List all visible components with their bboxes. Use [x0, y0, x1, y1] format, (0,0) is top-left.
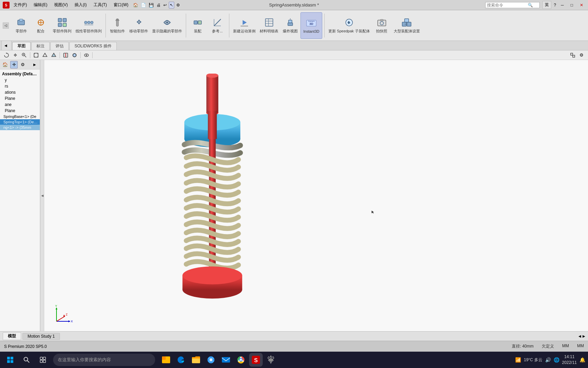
tree-item-2[interactable]: ations: [0, 89, 40, 95]
quick-new[interactable]: 📄: [140, 2, 147, 8]
bottom-tab-model[interactable]: 模型: [3, 332, 21, 340]
taskbar-app-tools[interactable]: [204, 353, 218, 367]
taskbar-network-icon2[interactable]: 🌐: [554, 357, 559, 363]
tree-spring-top[interactable]: SpringTop<1> (Defau: [0, 119, 40, 125]
taskbar-search-box[interactable]: 在这里输入你要搜索的内容: [53, 354, 155, 366]
smart-label: 智能扣件: [110, 29, 125, 34]
taskbar-app-settings[interactable]: [264, 353, 278, 367]
sidebar-gear-icon[interactable]: ⚙: [19, 61, 27, 68]
toolbar-reference[interactable]: 参考...: [208, 12, 227, 39]
svg-rect-85: [11, 360, 13, 363]
tree-plane-1[interactable]: Plane: [0, 95, 40, 102]
taskbar-app-email[interactable]: [219, 353, 233, 367]
taskbar-taskview-button[interactable]: [35, 352, 50, 367]
toolbar-smart[interactable]: 智能扣件: [108, 12, 127, 39]
view-fit-icon[interactable]: [32, 51, 40, 59]
taskbar-search-button[interactable]: [19, 352, 34, 367]
taskbar-notification-icon[interactable]: 🔔: [579, 357, 585, 363]
tree-spring[interactable]: ng<1> -> (35mm: [0, 125, 40, 130]
sidebar-toggle-btn[interactable]: ◁: [3, 22, 9, 29]
quick-undo[interactable]: ↩: [163, 2, 167, 8]
view-pan-icon[interactable]: ✥: [12, 51, 19, 59]
tree-plane-2[interactable]: ane: [0, 102, 40, 108]
tree-item-0[interactable]: y: [0, 77, 40, 83]
menu-file[interactable]: 文件(F): [12, 1, 28, 9]
snapshot-icon: [376, 17, 387, 28]
taskbar-app-explorer[interactable]: [159, 353, 173, 367]
command-search-input[interactable]: [487, 3, 528, 7]
taskbar-app-chrome[interactable]: [234, 353, 248, 367]
taskbar-app-edge[interactable]: [174, 353, 188, 367]
view-hide-show-icon[interactable]: [83, 51, 90, 59]
toolbar-show-hide[interactable]: 显示隐藏的零部件: [150, 12, 184, 39]
taskbar-datetime[interactable]: 14:11 2022/11: [562, 354, 577, 366]
toolbar-component-array[interactable]: 零部件阵列: [51, 12, 73, 39]
tree-plane-3[interactable]: Plane: [0, 108, 40, 114]
sidebar-toggle[interactable]: ◀: [4, 44, 7, 47]
help-icon[interactable]: ?: [554, 3, 556, 7]
quick-options[interactable]: ⚙: [176, 2, 181, 8]
taskbar-volume-icon[interactable]: 🔊: [545, 357, 551, 363]
menu-window[interactable]: 窗口(W): [112, 1, 130, 9]
menu-edit[interactable]: 编辑(E): [32, 1, 49, 9]
toolbar-linear-array[interactable]: 线性零部件阵列: [74, 12, 103, 39]
svg-rect-63: [206, 75, 218, 113]
view-expand-icon[interactable]: [569, 51, 576, 59]
sidebar-arrow-right-icon[interactable]: ▶: [31, 61, 38, 68]
sidebar-collapse-handle[interactable]: ◀: [40, 60, 44, 331]
command-search[interactable]: 🔍: [485, 2, 540, 8]
tree-spring-base[interactable]: SpringBase<1> (De: [0, 114, 40, 119]
toolbar-snapshot[interactable]: 拍快照: [372, 12, 391, 39]
bottom-tab-motion[interactable]: Motion Study 1: [22, 333, 60, 340]
svg-rect-61: [573, 55, 575, 57]
view-section-icon[interactable]: [62, 51, 69, 59]
tab-annotation[interactable]: 标注: [31, 42, 50, 50]
lang-selector[interactable]: 英: [542, 1, 551, 9]
menu-bar[interactable]: 文件(F) 编辑(E) 视图(V) 插入(I) 工具(T) 窗口(W): [12, 1, 130, 9]
view-appearance-icon[interactable]: [71, 51, 78, 59]
menu-view[interactable]: 视图(V): [53, 1, 69, 9]
sidebar-cross-icon[interactable]: ✛: [10, 61, 18, 68]
tab-solidworks-addins[interactable]: SOLIDWORKS 插件: [69, 42, 117, 50]
tree-item-1[interactable]: rs: [0, 83, 40, 89]
toolbar-bom[interactable]: 材料明细表: [258, 12, 280, 39]
bottom-scroll-right[interactable]: ▶: [583, 334, 585, 338]
maximize-btn[interactable]: □: [569, 2, 575, 8]
quick-select[interactable]: ↖: [169, 2, 174, 9]
quick-home[interactable]: 🏠: [132, 2, 139, 8]
view-wireframe-icon[interactable]: [41, 51, 49, 59]
toolbar-component[interactable]: 零部件: [12, 12, 31, 39]
toolbar-speedpak[interactable]: SP 更新 Speedpak 子装配体: [327, 12, 372, 39]
svg-rect-7: [58, 23, 62, 27]
minimize-btn[interactable]: ─: [559, 2, 566, 8]
menu-insert[interactable]: 插入(I): [73, 1, 88, 9]
toolbar-mate[interactable]: 配合: [31, 12, 50, 39]
bottom-scroll-left[interactable]: ◀: [578, 334, 581, 338]
view-rotate-icon[interactable]: [3, 51, 10, 59]
toolbar-assemble[interactable]: 装配: [188, 12, 207, 39]
close-btn[interactable]: ✕: [578, 2, 585, 8]
view-shaded-icon[interactable]: [50, 51, 58, 59]
view-settings-icon[interactable]: ⚙: [578, 51, 585, 59]
quick-save[interactable]: 💾: [148, 2, 154, 8]
3d-viewport[interactable]: X Y Z: [44, 60, 588, 331]
taskbar-app-solidworks[interactable]: S: [249, 353, 263, 367]
svg-rect-90: [40, 360, 43, 363]
tab-sketch[interactable]: 草图: [12, 42, 31, 50]
tree-assembly[interactable]: Assembly (Default<D: [0, 71, 40, 77]
svg-rect-1: [19, 19, 23, 21]
svg-point-86: [24, 357, 28, 361]
quick-print[interactable]: 🖨: [156, 2, 161, 8]
menu-tools[interactable]: 工具(T): [92, 1, 108, 9]
toolbar-move[interactable]: ✥ 移动零部件: [128, 12, 150, 39]
tab-evaluate[interactable]: 评估: [50, 42, 69, 50]
taskbar-network-icon[interactable]: 📶: [515, 357, 521, 363]
windows-start-button[interactable]: [3, 352, 18, 367]
taskbar-app-filemanager[interactable]: [189, 353, 203, 367]
toolbar-large-assembly[interactable]: 大型装配体设置: [392, 12, 422, 39]
toolbar-instant3d[interactable]: 3D Instant Instant3D: [300, 12, 322, 39]
sidebar-home-icon[interactable]: 🏠: [1, 61, 9, 68]
toolbar-motion[interactable]: 新建运动算例: [231, 12, 257, 39]
view-zoom-icon[interactable]: [20, 51, 28, 59]
toolbar-explode[interactable]: 爆炸视图: [281, 12, 300, 39]
